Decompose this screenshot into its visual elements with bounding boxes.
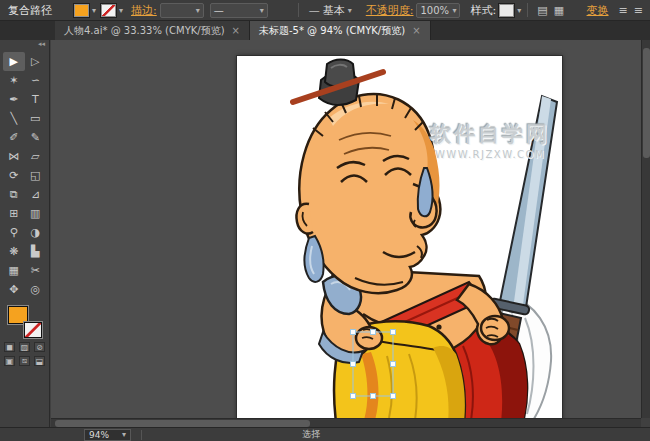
slice-tool[interactable]: ✂: [25, 261, 47, 280]
lasso-tool[interactable]: ∽: [25, 71, 47, 90]
color-mode-row: ◼ ▨ ⊘: [0, 342, 49, 352]
pen-tool[interactable]: ✒: [3, 90, 25, 109]
tab-document-2[interactable]: 未标题-5* @ 94% (CMYK/预览) ×: [250, 21, 431, 40]
artboard[interactable]: 软件自学网 WWW.RJZXW.COM: [237, 56, 562, 418]
transform-panel-link[interactable]: 变换: [587, 3, 609, 18]
shape-builder-tool[interactable]: ⧉: [3, 185, 25, 204]
brush-definition-value: 基本: [323, 3, 345, 18]
scale-tool[interactable]: ◱: [25, 166, 47, 185]
stroke-weight-dropdown[interactable]: ▾: [160, 3, 204, 18]
magic-wand-tool[interactable]: ✶: [3, 71, 25, 90]
chevron-down-icon: ▾: [122, 430, 126, 439]
selection-tool[interactable]: ▶: [3, 52, 25, 71]
fill-dropdown-arrow[interactable]: ▾: [92, 6, 96, 15]
style-swatch[interactable]: [499, 4, 514, 17]
pencil-tool[interactable]: ✎: [25, 128, 47, 147]
horizontal-scrollbar-thumb[interactable]: [55, 420, 310, 427]
rotate-tool[interactable]: ⟳: [3, 166, 25, 185]
document-setup-icon[interactable]: ▦: [554, 4, 564, 17]
stroke-dropdown-arrow[interactable]: ▾: [119, 6, 123, 15]
zoom-dropdown[interactable]: 94% ▾: [84, 429, 131, 441]
screen-mode-button[interactable]: ⬓: [34, 356, 45, 366]
perspective-grid-tool[interactable]: ⊿: [25, 185, 47, 204]
zoom-tool[interactable]: ◎: [25, 280, 47, 299]
stroke-swatch[interactable]: [24, 322, 42, 338]
width-profile-glyph: —: [214, 5, 224, 16]
close-icon[interactable]: ×: [232, 25, 240, 36]
paintbrush-tool[interactable]: ✐: [3, 128, 25, 147]
chevron-down-icon: ▾: [196, 6, 200, 15]
document-tab-bar: 人物4.ai* @ 33.33% (CMYK/预览) × 未标题-5* @ 94…: [0, 21, 650, 40]
zoom-value: 94%: [89, 430, 109, 440]
tool-grid: ▶ ▷ ✶ ∽ ✒ T ╲ ▭ ✐ ✎ ⋈ ▱ ⟳ ◱ ⧉ ⊿ ⊞ ▥ ⚲ ◑ …: [0, 51, 49, 300]
workspace-icon[interactable]: ≡: [634, 4, 643, 17]
align-panel-icon[interactable]: ▤: [537, 4, 547, 17]
none-button[interactable]: ⊘: [34, 342, 45, 352]
close-icon[interactable]: ×: [412, 25, 420, 36]
hand-tool[interactable]: ✥: [3, 280, 25, 299]
control-bar: 复合路径 ▾ ▾ 描边: ▾ — ▾ — 基本 ▾ 不透明度: 100% ▾ 样…: [0, 0, 650, 21]
tab-label: 未标题-5* @ 94% (CMYK/预览): [259, 24, 405, 38]
blend-tool[interactable]: ◑: [25, 223, 47, 242]
chevron-down-icon: ▾: [260, 6, 264, 15]
line-segment-tool[interactable]: ╲: [3, 109, 25, 128]
style-dropdown-arrow[interactable]: ▾: [517, 6, 521, 15]
free-transform-tool[interactable]: ▱: [25, 147, 47, 166]
fill-color-swatch[interactable]: [74, 4, 89, 17]
draw-behind-button[interactable]: ⧅: [19, 356, 30, 366]
gradient-tool[interactable]: ▥: [25, 204, 47, 223]
eyedropper-tool[interactable]: ⚲: [3, 223, 25, 242]
draw-normal-button[interactable]: ▣: [4, 356, 15, 366]
style-label: 样式:: [470, 3, 496, 18]
chevron-down-icon: ▾: [452, 6, 456, 15]
chevron-down-icon: ▾: [348, 6, 352, 15]
gradient-button[interactable]: ▨: [19, 342, 30, 352]
opacity-dropdown[interactable]: 100% ▾: [416, 3, 460, 18]
tab-label: 人物4.ai* @ 33.33% (CMYK/预览): [64, 24, 225, 38]
divider: [298, 3, 299, 17]
horizontal-scrollbar[interactable]: [51, 418, 641, 427]
tools-panel: ◂◂ ▶ ▷ ✶ ∽ ✒ T ╲ ▭ ✐ ✎ ⋈ ▱ ⟳ ◱ ⧉ ⊿ ⊞ ▥ ⚲…: [0, 40, 50, 427]
stroke-color-swatch[interactable]: [101, 4, 116, 17]
width-tool[interactable]: ⋈: [3, 147, 25, 166]
panel-title: 复合路径: [8, 3, 52, 18]
brush-definition-dropdown[interactable]: 基本 ▾: [323, 3, 352, 18]
vertical-scrollbar[interactable]: [641, 40, 650, 418]
canvas-area[interactable]: 软件自学网 WWW.RJZXW.COM: [51, 40, 641, 418]
draw-mode-row: ▣ ⧅ ⬓: [0, 356, 49, 366]
variable-width-profile-dropdown[interactable]: — ▾: [210, 3, 268, 18]
divider: [141, 430, 142, 440]
collapse-panel-icon[interactable]: ◂◂: [0, 40, 49, 51]
column-graph-tool[interactable]: ▙: [25, 242, 47, 261]
tab-document-1[interactable]: 人物4.ai* @ 33.33% (CMYK/预览) ×: [55, 21, 250, 40]
color-button[interactable]: ◼: [4, 342, 15, 352]
tab-spacer: [0, 21, 55, 40]
menu-icon[interactable]: ≡: [619, 4, 628, 17]
illustrator-window: 复合路径 ▾ ▾ 描边: ▾ — ▾ — 基本 ▾ 不透明度: 100% ▾ 样…: [0, 0, 650, 441]
status-bar: 94% ▾ 选择: [0, 427, 650, 441]
stroke-panel-link[interactable]: 描边:: [131, 3, 157, 18]
brush-stroke-icon: —: [309, 4, 320, 17]
artboard-tool[interactable]: ▦: [3, 261, 25, 280]
opacity-value: 100%: [420, 5, 449, 16]
divider: [527, 3, 528, 17]
character-illustration: [237, 56, 562, 418]
type-tool[interactable]: T: [25, 90, 47, 109]
symbol-sprayer-tool[interactable]: ❋: [3, 242, 25, 261]
vertical-scrollbar-thumb[interactable]: [643, 48, 650, 158]
rectangle-tool[interactable]: ▭: [25, 109, 47, 128]
mesh-tool[interactable]: ⊞: [3, 204, 25, 223]
fill-stroke-indicator: [8, 306, 42, 338]
direct-selection-tool[interactable]: ▷: [25, 52, 47, 71]
opacity-panel-link[interactable]: 不透明度:: [366, 3, 414, 18]
status-text: 选择: [302, 428, 320, 441]
